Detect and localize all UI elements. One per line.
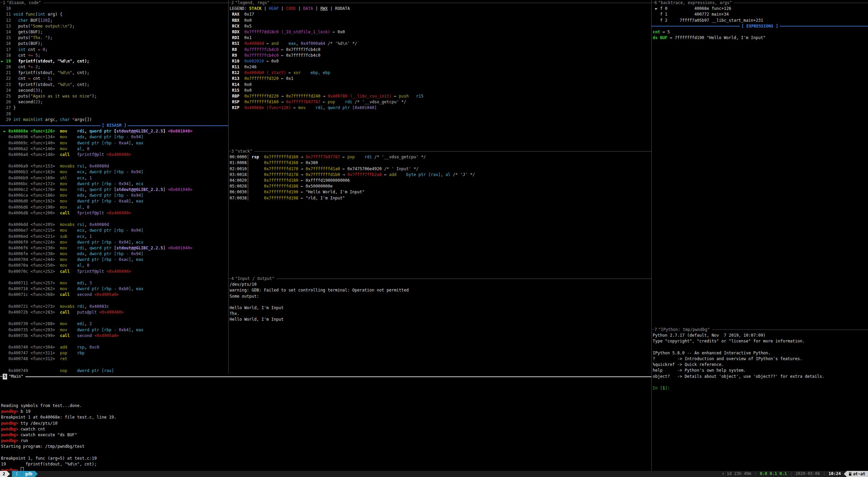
terminal-line: R8 0x7ffff7fcb4c0 ← 0x7ffff7fcb4c0 xyxy=(230,47,651,53)
angle-separator-icon: ⟨ xyxy=(790,471,792,477)
terminal-line: 0x40072b <func+283> call puts@plt <0x400… xyxy=(1,310,228,315)
terminal-line: 0x400730 <func+288> mov edi, 2 xyxy=(1,321,228,327)
terminal-line: pwndbg> run xyxy=(1,438,651,444)
terminal-line: pwndbg> cwatch cnt xyxy=(1,426,651,432)
program-output: /dev/pts/10warning: GDB: Failed to set c… xyxy=(229,282,651,322)
border-dash: ─ xyxy=(652,327,654,333)
terminal-line: Thx. xyxy=(230,311,651,317)
terminal-line: Breakpoint 1 at 0x40068e: file test.c, l… xyxy=(1,414,651,420)
terminal-line xyxy=(1,385,651,391)
pane-input-output[interactable]: ─4"Input / Output" /dev/pts/10warning: G… xyxy=(229,276,651,374)
angle-separator-icon: ⟨ xyxy=(823,471,826,477)
terminal-line: 0x4006a9 <func+153> movabs rsi, 0x40080d xyxy=(1,163,228,169)
session-badge[interactable]: 2 xyxy=(0,471,10,477)
terminal-line: 0x400749 nop dword ptr [rax] xyxy=(1,368,228,374)
terminal-line: RDX 0x7ffff7dd18c0 (_IO_stdfile_1_lock) … xyxy=(230,29,651,35)
terminal-line: 0x4006d0 <func+192> mov dword ptr [rbp -… xyxy=(1,198,228,204)
terminal-line: 0x400740 <func+304> add rsp, 0xc0 xyxy=(1,344,228,350)
pane-border-vertical-right[interactable] xyxy=(651,0,652,471)
terminal-line: 0x400721 <func+273> movabs rdi, 0x40083c xyxy=(1,304,228,310)
terminal-line xyxy=(653,379,868,385)
separator-label: [ DISASM ] xyxy=(101,123,128,128)
separator-label: [ EXPRESSIONS ] xyxy=(740,23,779,29)
border-line xyxy=(254,151,651,152)
terminal-line: 0x40069c <func+140> mov dword ptr [rbp -… xyxy=(1,140,228,146)
terminal-line: RSI 0x40080d ← and eax, 0x4f000a64 /* '%… xyxy=(230,41,651,47)
pane-number: 5 xyxy=(3,374,7,379)
angle-separator-icon: ⟨ xyxy=(754,471,757,477)
terminal-line: object? -> Details about 'object', use '… xyxy=(653,374,868,379)
terminal-line: RDI 0x1 xyxy=(230,35,651,41)
pane-disasm-code[interactable]: ─1"disasm, code" 10 11 void func(int arg… xyxy=(0,0,228,374)
terminal-line: f 2 7ffff7a05b97 __libc_start_main+231 xyxy=(653,18,868,23)
border-line xyxy=(25,376,651,377)
terminal-line: 0x4006a2 <func+146> mov al, 0 xyxy=(1,146,228,152)
terminal-line: 04:0020│ 0x7fffffffd180 ← 0xffffd1900000… xyxy=(230,178,651,183)
terminal-line xyxy=(1,379,651,385)
pane-number: 2 xyxy=(231,0,234,6)
terminal-line: ► f 0 40068e func+126 xyxy=(653,6,868,12)
terminal-line: 10 xyxy=(1,6,228,12)
border-line xyxy=(712,330,868,330)
gdb-console[interactable]: Reading symbols from test...done.pwndbg>… xyxy=(0,379,651,471)
terminal-line: 28 xyxy=(1,111,228,117)
terminal-line: R15 0x0 xyxy=(230,88,651,93)
terminal-line: 0x4006a4 <func+148> call fprintf@plt <0x… xyxy=(1,152,228,158)
terminal-line: ► 0x40068e <func+126> mov rdi, qword ptr… xyxy=(1,128,228,134)
border-dash: ─ xyxy=(0,0,2,6)
backtrace-frames: ► f 0 40068e func+126 f 1 400772 main+34… xyxy=(652,6,868,23)
terminal-line: /dev/pts/10 xyxy=(230,282,651,287)
terminal-line: 0x4006b9 <func+169> shl ecx, 1 xyxy=(1,175,228,181)
expressions-separator: [ EXPRESSIONS ] xyxy=(652,23,868,29)
pane-title: ─7"IPython: tmp/pwndbg" xyxy=(652,327,868,333)
status-right: ↑ 1d 23h 49m ⟨ 0.0 0.1 0.1 ⟨ 2020-03-06 … xyxy=(722,471,868,477)
status-left: 2 1⟩gdb xyxy=(0,471,38,477)
terminal-line: pwndbg> b 19 xyxy=(1,409,651,414)
source-code: 10 11 void func(int arg) { 12 char BUF[1… xyxy=(0,6,228,123)
terminal-line: 0x400747 <func+311> pop rbp xyxy=(1,350,228,356)
separator-line xyxy=(652,26,740,26)
pane-backtrace-expressions[interactable]: ─6"backtrace, expressions, args" ► f 0 4… xyxy=(652,0,868,327)
pane-number: 6 xyxy=(654,0,657,6)
separator-line xyxy=(128,125,228,126)
terminal-line: R14 0x0 xyxy=(230,82,651,88)
terminal-line: 0x400748 <func+312> ret xyxy=(1,356,228,362)
border-line xyxy=(272,3,651,3)
terminal-line: 0x40071c <func+268> call second <0x4005a… xyxy=(1,292,228,298)
pane-number: 4 xyxy=(231,276,234,282)
border-dash: ─ xyxy=(652,0,654,6)
pane-main-gdb-console[interactable]: ─5"Main" Reading symbols from test...don… xyxy=(0,374,651,471)
terminal-line: 11 void func(int arg) { xyxy=(1,12,228,17)
terminal-line: 29 int main(int argc, char *argv[]) xyxy=(1,117,228,123)
terminal-line: 18 cnt += 5; xyxy=(1,53,228,58)
pane-title: ─2"legend, regs" xyxy=(229,0,651,6)
tmux-screen: ─1"disasm, code" 10 11 void func(int arg… xyxy=(0,0,868,477)
terminal-line: RBX 0x0 xyxy=(230,18,651,23)
pane-number: 3 xyxy=(231,148,234,154)
pane-legend-regs[interactable]: ─2"legend, regs" LEGEND: STACK | HEAP | … xyxy=(229,0,651,148)
pane-title-text: "Main" xyxy=(8,374,23,379)
pane-border-vertical-left[interactable] xyxy=(228,0,229,374)
terminal-line: R12 0x4004b0 (_start) ← xor ebp, ebp xyxy=(230,70,651,76)
terminal-line: Some output: xyxy=(230,294,651,299)
terminal-line: 25 puts("Again as it was so nice"); xyxy=(1,93,228,99)
terminal-line: Hello World, I'm Input xyxy=(230,317,651,322)
terminal-line: 0x400711 <func+257> mov edi, 3 xyxy=(1,280,228,286)
terminal-line: 07:0038│ 0x7fffffffd198 ← "rld, I'm Inpu… xyxy=(230,195,651,201)
terminal-line: R13 0x7fffffffd320 ← 0x1 xyxy=(230,76,651,82)
terminal-line: 14 gets(BUF); xyxy=(1,29,228,35)
terminal-line: Breakpoint 1, func (arg=5) at test.c:19 xyxy=(1,456,651,461)
pane-title: ─4"Input / Output" xyxy=(229,276,651,282)
terminal-line: R9 0x7ffff7fcb4c0 ← 0x7ffff7fcb4c0 xyxy=(230,53,651,58)
pane-title-text: "stack" xyxy=(235,148,252,154)
terminal-line: ► 19 fprintf(stdout, "%d\n", cnt); xyxy=(1,58,228,64)
ipython-console[interactable]: Python 2.7.17 (default, Nov 7 2019, 10:0… xyxy=(652,333,868,391)
pane-title: ─5"Main" xyxy=(0,374,651,379)
window-tab-gdb[interactable]: 1⟩gdb xyxy=(12,471,38,477)
pane-stack[interactable]: ─3"stack" 00:0000│ rsp 0x7fffffffd160 → … xyxy=(229,148,651,276)
pane-ipython[interactable]: ─7"IPython: tmp/pwndbg" Python 2.7.17 (d… xyxy=(652,327,868,471)
terminal-line: 0x4006f6 <func+230> mov rdi, qword ptr [… xyxy=(1,245,228,251)
terminal-line: ? -> Introduction and overview of IPytho… xyxy=(653,356,868,362)
terminal-line: 0x4006d6 <func+198> mov al, 0 xyxy=(1,205,228,210)
terminal-line: RIP 0x40068e (func+126) ← mov rdi, qword… xyxy=(230,105,651,111)
